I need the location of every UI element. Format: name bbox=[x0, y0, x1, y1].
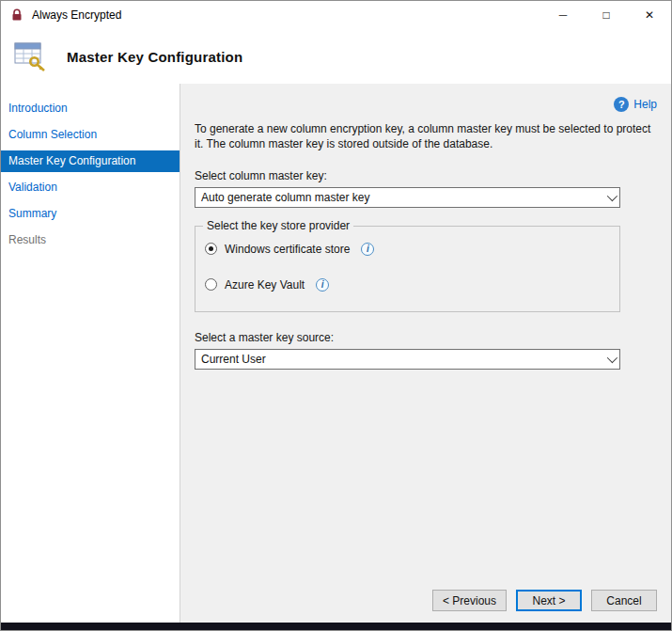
master-key-source-dropdown[interactable]: Current User bbox=[195, 349, 620, 370]
lock-icon bbox=[9, 8, 24, 23]
sidebar-item-column-selection[interactable]: Column Selection bbox=[1, 124, 180, 146]
master-key-source-label: Select a master key source: bbox=[195, 331, 657, 344]
window-title: Always Encrypted bbox=[32, 8, 121, 22]
previous-button[interactable]: < Previous bbox=[432, 590, 507, 611]
radio-windows-certificate-store-label: Windows certificate store bbox=[225, 243, 350, 256]
radio-azure-key-vault-label: Azure Key Vault bbox=[225, 278, 305, 292]
help-icon[interactable]: ? bbox=[614, 97, 629, 112]
wizard-footer: < Previous Next > Cancel bbox=[195, 590, 657, 611]
radio-azure-key-vault[interactable]: Azure Key Vault i bbox=[205, 278, 610, 292]
window-bottom-edge bbox=[1, 623, 671, 630]
chevron-down-icon bbox=[602, 188, 619, 207]
sidebar-item-results: Results bbox=[1, 229, 180, 251]
close-button[interactable]: ✕ bbox=[628, 1, 671, 29]
help-link[interactable]: Help bbox=[633, 98, 657, 111]
master-key-dropdown-value: Auto generate column master key bbox=[201, 191, 602, 204]
radio-selected-icon[interactable] bbox=[205, 243, 217, 255]
cancel-button[interactable]: Cancel bbox=[591, 590, 657, 611]
info-icon[interactable]: i bbox=[316, 278, 329, 292]
radio-windows-certificate-store[interactable]: Windows certificate store i bbox=[205, 243, 610, 256]
maximize-button[interactable]: □ bbox=[585, 1, 628, 29]
chevron-down-icon bbox=[602, 350, 619, 369]
master-key-source-dropdown-value: Current User bbox=[201, 353, 602, 366]
sidebar-item-validation[interactable]: Validation bbox=[1, 177, 180, 198]
always-encrypted-wizard-window: Always Encrypted ─ □ ✕ Master Key Config… bbox=[0, 0, 672, 631]
content-spacer bbox=[195, 370, 657, 590]
sidebar-item-summary[interactable]: Summary bbox=[1, 203, 180, 225]
page-title: Master Key Configuration bbox=[67, 49, 242, 65]
sidebar-item-master-key-configuration[interactable]: Master Key Configuration bbox=[1, 150, 180, 172]
minimize-button[interactable]: ─ bbox=[541, 1, 585, 29]
next-button[interactable]: Next > bbox=[516, 590, 582, 611]
content-area: ? Help To generate a new column encrypti… bbox=[180, 84, 671, 623]
titlebar: Always Encrypted ─ □ ✕ bbox=[1, 1, 671, 29]
wizard-header: Master Key Configuration bbox=[1, 29, 671, 84]
window-controls: ─ □ ✕ bbox=[541, 1, 671, 29]
master-key-label: Select column master key: bbox=[195, 169, 657, 182]
table-key-icon bbox=[12, 39, 48, 73]
master-key-dropdown[interactable]: Auto generate column master key bbox=[195, 187, 620, 208]
wizard-steps-sidebar: Introduction Column Selection Master Key… bbox=[1, 84, 180, 623]
intro-text: To generate a new column encryption key,… bbox=[195, 122, 663, 152]
radio-unselected-icon[interactable] bbox=[205, 278, 217, 291]
key-store-provider-label: Select the key store provider bbox=[203, 219, 353, 232]
info-icon[interactable]: i bbox=[361, 243, 374, 256]
key-store-provider-group: Select the key store provider Windows ce… bbox=[195, 226, 620, 312]
sidebar-item-introduction[interactable]: Introduction bbox=[1, 98, 180, 119]
help-row: ? Help bbox=[195, 96, 657, 112]
